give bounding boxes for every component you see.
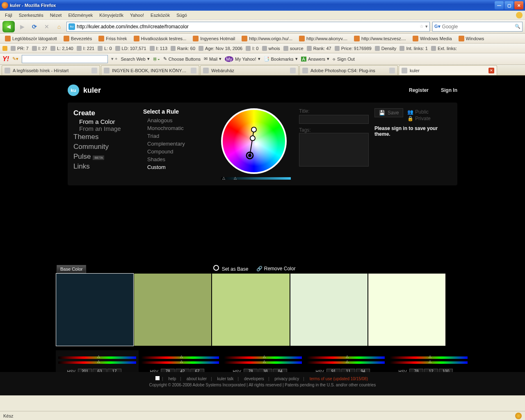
swatch[interactable] bbox=[290, 273, 368, 346]
swatch[interactable] bbox=[134, 273, 212, 346]
nav-subitem[interactable]: From an Image bbox=[73, 125, 135, 132]
seo-item[interactable]: Age: Nov 18, 2006 bbox=[199, 46, 242, 51]
ybar-bookmarks[interactable]: 📑 Bookmarks ▾ bbox=[264, 56, 298, 62]
theme-title-input[interactable] bbox=[299, 115, 369, 124]
dropdown-icon[interactable]: ▾ bbox=[425, 24, 428, 29]
tab-close[interactable] bbox=[389, 68, 395, 73]
seo-item[interactable]: L: 0 bbox=[98, 46, 112, 51]
reload-button[interactable]: ⟳ bbox=[30, 22, 39, 32]
remove-color[interactable]: 🔗 Remove Color bbox=[256, 266, 295, 272]
menu-help[interactable]: Súgó bbox=[173, 11, 190, 19]
tab-close[interactable] bbox=[91, 68, 97, 73]
tab[interactable]: Adobe Photoshop CS4: Plug-ins bbox=[299, 65, 398, 75]
rule-item[interactable]: Triad bbox=[143, 132, 213, 140]
tab[interactable]: INGYEN E-BOOK, INGYEN KÖNYV, SZA... bbox=[101, 65, 199, 75]
save-button[interactable]: 💾Save bbox=[374, 108, 403, 117]
bookmark-item[interactable]: Windows bbox=[456, 35, 487, 42]
tab-close[interactable] bbox=[290, 68, 296, 73]
slider[interactable]: △ bbox=[307, 356, 385, 359]
url-bar[interactable]: ku ☆ ▾ bbox=[66, 22, 430, 32]
seo-item[interactable]: Int. links: 1 bbox=[399, 46, 428, 51]
seo-item[interactable]: I: 221 bbox=[77, 46, 95, 51]
seo-item[interactable]: source bbox=[283, 46, 304, 51]
seo-item[interactable]: Ext. links: bbox=[431, 46, 457, 51]
swatch[interactable] bbox=[212, 273, 290, 346]
bookmark-item[interactable]: http://www.teszvesz.... bbox=[352, 35, 409, 42]
menu-history[interactable]: Előzmények bbox=[65, 11, 96, 19]
pencil-icon[interactable]: ✎▾ bbox=[12, 56, 18, 62]
ybar-searchweb[interactable]: Search Web ▾ bbox=[121, 56, 149, 62]
window-close[interactable]: ✕ bbox=[514, 1, 523, 9]
nav-item[interactable]: Links bbox=[73, 162, 135, 171]
seo-item[interactable]: Density bbox=[375, 46, 397, 51]
menu-file[interactable]: Fájl bbox=[2, 11, 16, 19]
nav-item[interactable]: Community bbox=[73, 142, 135, 152]
home-button[interactable]: ⌂ bbox=[54, 22, 64, 32]
public-option[interactable]: 👥 Public bbox=[407, 109, 430, 115]
tab-close[interactable] bbox=[191, 68, 196, 73]
seo-item[interactable]: whois bbox=[262, 46, 280, 51]
rule-item[interactable]: Compound bbox=[143, 148, 213, 155]
menu-bookmarks[interactable]: Könyvjelzők bbox=[96, 11, 127, 19]
seo-item[interactable]: L: 2,140 bbox=[50, 46, 73, 51]
signin-link[interactable]: Sign In bbox=[441, 87, 457, 93]
yahoo-search-input[interactable] bbox=[22, 55, 108, 63]
slider[interactable]: △ bbox=[141, 356, 219, 359]
ybar-answers[interactable]: A Answers ▾ bbox=[301, 56, 330, 62]
foot-dev[interactable]: developers bbox=[244, 377, 264, 381]
seo-item[interactable]: I: 27 bbox=[32, 46, 47, 51]
bookmark-item[interactable]: http://www.origo.hu/... bbox=[239, 35, 295, 42]
url-input[interactable] bbox=[77, 24, 418, 30]
foot-about[interactable]: about kuler bbox=[187, 377, 207, 381]
menu-tools[interactable]: Eszközök bbox=[147, 11, 173, 19]
bookmark-item[interactable]: Bevezetés bbox=[61, 35, 94, 42]
nav-item[interactable]: Themes bbox=[73, 132, 135, 142]
slider[interactable]: △ bbox=[58, 361, 136, 364]
slider[interactable]: △ bbox=[224, 356, 302, 359]
rule-item[interactable]: Monochromatic bbox=[143, 124, 213, 132]
tab-close[interactable]: ✕ bbox=[488, 68, 494, 73]
slider[interactable]: △ bbox=[224, 361, 302, 364]
foot-terms[interactable]: terms of use (updated 10/15/08) bbox=[310, 377, 368, 381]
bookmark-item[interactable]: Friss hírek bbox=[96, 35, 129, 42]
ybar-myyahoo[interactable]: My My Yahoo! ▾ bbox=[225, 56, 260, 62]
tab[interactable]: A legfrissebb hírek - Hírstart bbox=[2, 65, 100, 75]
rule-item[interactable]: Custom bbox=[143, 163, 213, 171]
seo-item[interactable]: Price: 9176989 bbox=[335, 46, 372, 51]
seo-item[interactable]: I: 113 bbox=[150, 46, 168, 51]
window-minimize[interactable]: — bbox=[495, 1, 504, 9]
brightness-slider[interactable]: △ △ bbox=[221, 177, 291, 180]
tab[interactable]: Webáruház bbox=[200, 65, 299, 75]
bookmark-item[interactable]: Windows Media bbox=[410, 35, 454, 42]
slider[interactable]: △ bbox=[307, 361, 385, 364]
swatch[interactable] bbox=[368, 273, 446, 346]
theme-tags-input[interactable] bbox=[299, 133, 369, 167]
private-option[interactable]: 🔒 Private bbox=[407, 116, 430, 121]
star-icon[interactable]: ☆ bbox=[420, 24, 424, 29]
slider[interactable]: △ bbox=[390, 356, 468, 359]
foot-talk[interactable]: kuler talk bbox=[217, 377, 234, 381]
back-button[interactable]: ◀ bbox=[2, 21, 15, 32]
seo-item[interactable]: PR: 7 bbox=[11, 46, 29, 51]
search-input[interactable] bbox=[442, 24, 513, 30]
shield-icon[interactable]: ⛨▾ bbox=[153, 57, 160, 62]
stop-button[interactable]: ✕ bbox=[42, 22, 52, 32]
color-wheel[interactable] bbox=[221, 108, 287, 174]
bookmark-item[interactable]: http://www.akonyv.... bbox=[297, 35, 350, 42]
rule-item[interactable]: Complementary bbox=[143, 140, 213, 148]
seo-item[interactable]: I: 0 bbox=[246, 46, 258, 51]
tab[interactable]: kuler✕ bbox=[399, 65, 497, 75]
register-link[interactable]: Register bbox=[409, 87, 429, 93]
swatch[interactable] bbox=[56, 273, 134, 346]
foot-help[interactable]: help bbox=[168, 377, 176, 381]
slider[interactable]: △ bbox=[58, 356, 136, 359]
window-maximize[interactable]: ▢ bbox=[504, 1, 514, 9]
search-box[interactable]: G▾ 🔍 bbox=[432, 22, 523, 32]
foot-privacy[interactable]: privacy policy bbox=[274, 377, 299, 381]
nav-item[interactable]: Pulse BETA bbox=[73, 152, 135, 162]
rule-item[interactable]: Shades bbox=[143, 155, 213, 163]
ybar-choose[interactable]: ✎ Choose Buttons bbox=[163, 56, 201, 62]
bookmark-item[interactable]: Hivatkozások testres... bbox=[131, 35, 189, 42]
seo-settings-icon[interactable] bbox=[2, 46, 7, 51]
search-icon[interactable]: 🔍 bbox=[515, 24, 520, 29]
